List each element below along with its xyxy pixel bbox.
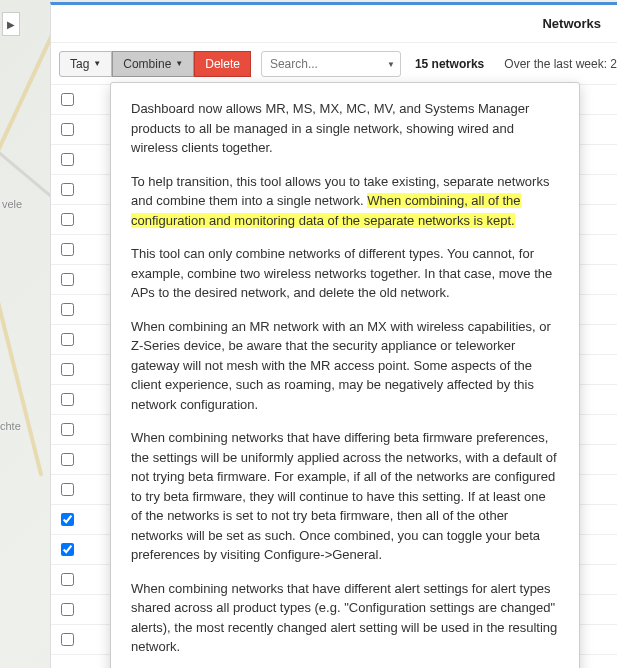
collapse-panel-button[interactable]: ▶ [2,12,20,36]
row-checkbox[interactable] [61,513,74,526]
tag-button[interactable]: Tag ▼ [59,51,112,77]
help-paragraph: When combining networks that have differ… [131,579,559,657]
map-label: chte [0,420,21,432]
row-checkbox[interactable] [61,633,74,646]
row-checkbox[interactable] [61,573,74,586]
search-wrap: ▼ [261,51,401,77]
tag-button-label: Tag [70,57,89,71]
row-checkbox[interactable] [61,483,74,496]
row-checkbox[interactable] [61,183,74,196]
delete-button-label: Delete [205,57,240,71]
help-paragraph: This tool can only combine networks of d… [131,244,559,303]
caret-down-icon: ▼ [93,59,101,68]
panel-header: Networks [51,5,617,43]
row-checkbox[interactable] [61,303,74,316]
chevron-right-icon: ▶ [7,19,15,30]
search-input[interactable] [261,51,401,77]
row-checkbox[interactable] [61,393,74,406]
map-road [0,223,43,476]
row-checkbox[interactable] [61,363,74,376]
map-label: vele [2,198,22,210]
help-paragraph: When combining an MR network with an MX … [131,317,559,415]
row-checkbox[interactable] [61,243,74,256]
combine-help-dropdown: Dashboard now allows MR, MS, MX, MC, MV,… [110,82,580,668]
row-checkbox[interactable] [61,543,74,556]
combine-button[interactable]: Combine ▼ [112,51,194,77]
row-checkbox[interactable] [61,213,74,226]
row-checkbox[interactable] [61,423,74,436]
combine-button-label: Combine [123,57,171,71]
toolbar: Tag ▼ Combine ▼ Delete ▼ 15 networks Ove… [51,43,617,85]
row-checkbox[interactable] [61,603,74,616]
caret-down-icon: ▼ [175,59,183,68]
delete-button[interactable]: Delete [194,51,251,77]
row-checkbox[interactable] [61,453,74,466]
row-checkbox[interactable] [61,93,74,106]
page-title: Networks [542,16,601,31]
row-checkbox[interactable] [61,273,74,286]
row-checkbox[interactable] [61,153,74,166]
timerange-label: Over the last week: 2 [504,57,617,71]
help-paragraph: To help transition, this tool allows you… [131,172,559,231]
help-paragraph: Dashboard now allows MR, MS, MX, MC, MV,… [131,99,559,158]
row-checkbox[interactable] [61,123,74,136]
row-checkbox[interactable] [61,333,74,346]
help-paragraph: When combining networks that have differ… [131,428,559,565]
network-count: 15 networks [415,57,484,71]
